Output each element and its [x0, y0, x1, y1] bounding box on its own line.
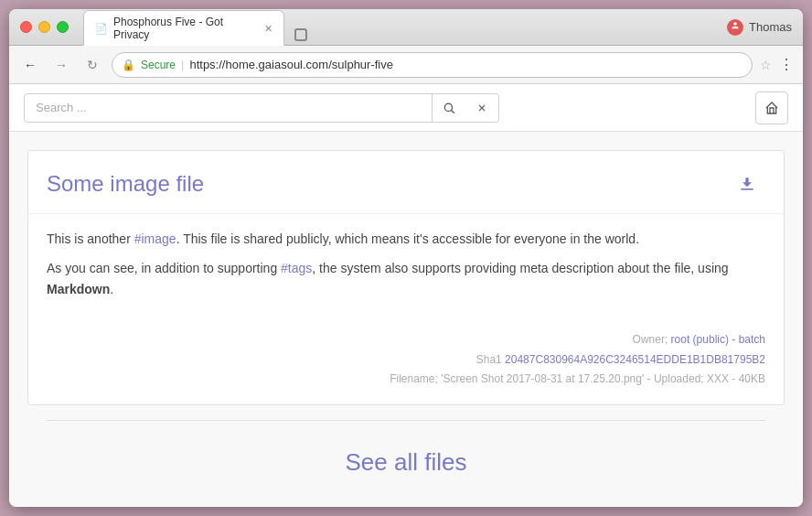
active-tab[interactable]: 📄 Phosphorus Five - Got Privacy ✕ [83, 10, 284, 46]
file-card-body: This is another #image. This file is sha… [28, 214, 784, 323]
forward-button[interactable]: → [49, 53, 73, 77]
svg-line-2 [452, 110, 454, 113]
file-meta: Owner; root (public) - batch Sha1 20487C… [28, 323, 784, 404]
file-description-1: This is another #image. This file is sha… [47, 229, 765, 249]
url-separator: | [181, 58, 184, 71]
svg-point-1 [444, 103, 452, 111]
file-title: Some image file [47, 171, 204, 197]
file-filename: Filename; 'Screen Shot 2017-08-31 at 17.… [47, 370, 765, 390]
file-card-header: Some image file [28, 151, 784, 214]
back-button[interactable]: ← [18, 53, 42, 77]
maximize-button[interactable] [57, 21, 69, 33]
star-icon: ☆ [760, 58, 772, 72]
refresh-icon: ↻ [87, 58, 98, 72]
user-icon [727, 19, 743, 36]
secure-label: Secure [141, 59, 176, 71]
back-icon: ← [24, 58, 37, 72]
user-name: Thomas [749, 20, 792, 34]
address-bar[interactable]: 🔒 Secure | https://home.gaiasoul.com/sul… [112, 52, 753, 78]
file-card: Some image file This is another #image. … [27, 150, 785, 405]
tab-title: Phosphorus Five - Got Privacy [113, 16, 255, 41]
search-container [24, 93, 499, 123]
svg-rect-5 [741, 188, 753, 190]
tab-icon: 📄 [95, 23, 108, 35]
close-button[interactable] [20, 21, 32, 33]
new-tab-button[interactable] [288, 25, 314, 45]
title-bar: 📄 Phosphorus Five - Got Privacy ✕ Thomas [9, 9, 803, 46]
url-text: https://home.gaiasoul.com/sulphur-five [189, 58, 743, 71]
tag-tags[interactable]: #tags [281, 261, 312, 275]
file-description-2: As you can see, in addition to supportin… [47, 258, 765, 299]
bookmark-button[interactable]: ☆ [760, 58, 772, 72]
search-button[interactable] [433, 93, 465, 123]
tab-close-icon[interactable]: ✕ [264, 23, 272, 35]
search-input[interactable] [25, 101, 432, 114]
download-button[interactable] [729, 166, 765, 202]
see-all-section: See all files [27, 421, 785, 504]
lock-icon: 🔒 [122, 59, 135, 71]
browser-window: 📄 Phosphorus Five - Got Privacy ✕ Thomas… [9, 9, 803, 507]
see-all-files-link[interactable]: See all files [346, 448, 467, 476]
refresh-button[interactable]: ↻ [80, 53, 104, 77]
svg-rect-0 [295, 29, 306, 40]
browser-menu-button[interactable]: ⋮ [779, 56, 794, 73]
file-sha: Sha1 20487C830964A926C3246514EDDE1B1DB81… [47, 350, 765, 371]
minimize-button[interactable] [38, 21, 50, 33]
tag-image[interactable]: #image [134, 231, 176, 246]
user-area: Thomas [727, 19, 792, 36]
nav-bar: ← → ↻ 🔒 Secure | https://home.gaiasoul.c… [9, 46, 803, 84]
main-content: Some image file This is another #image. … [9, 132, 803, 507]
traffic-lights [20, 21, 69, 33]
clear-search-button[interactable] [465, 93, 498, 123]
menu-icon: ⋮ [779, 57, 794, 72]
forward-icon: → [55, 58, 68, 72]
markdown-bold: Markdown [47, 282, 110, 296]
file-owner: Owner; root (public) - batch [47, 330, 765, 350]
tab-area: 📄 Phosphorus Five - Got Privacy ✕ [83, 9, 727, 45]
home-button[interactable] [755, 91, 788, 124]
app-toolbar [9, 84, 803, 132]
